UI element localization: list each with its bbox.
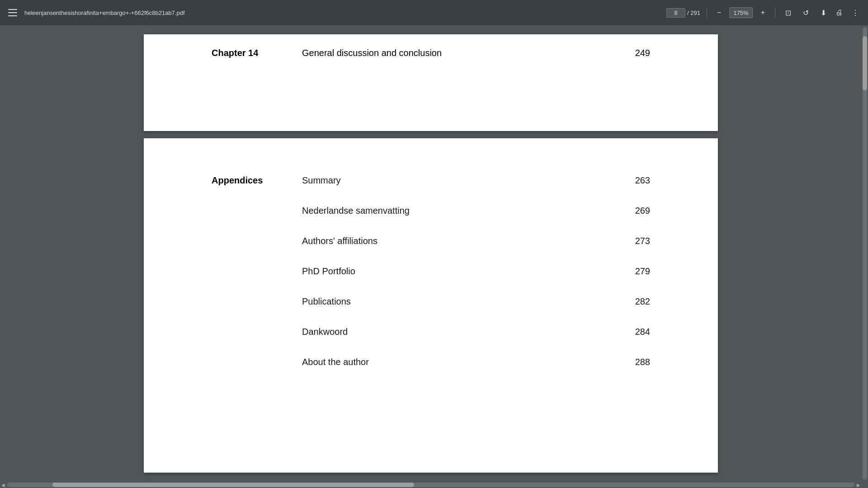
toc-item-page: 279 [623, 266, 650, 277]
toc-item-page: 288 [623, 357, 650, 367]
toolbar-right: ⬇ 🖨 ⋮ [817, 7, 863, 19]
appendices-section: Appendices Summary263Nederlandse samenva… [212, 165, 650, 377]
zoom-out-button[interactable]: − [713, 7, 725, 19]
page-top-content: Chapter 14 General discussion and conclu… [144, 34, 718, 131]
toc-item-page: 269 [623, 206, 650, 216]
right-scrollbar[interactable] [862, 25, 868, 482]
chapter-title: General discussion and conclusion [302, 48, 623, 58]
zoom-in-button[interactable]: + [757, 7, 769, 19]
filename-label: heleenjansenthesishorafinita+embargo+-+6… [24, 9, 662, 16]
chapter-page: 249 [623, 48, 650, 58]
print-button[interactable]: 🖨 [832, 7, 846, 19]
zoom-value-label: 175% [733, 9, 748, 16]
scroll-left-button[interactable]: ◀ [0, 482, 6, 488]
toc-item-page: 263 [623, 175, 650, 186]
page-total-label: / 291 [687, 9, 700, 16]
toc-item-title: Publications [302, 296, 623, 307]
page-input-container [666, 8, 685, 18]
page-navigation: / 291 [666, 8, 700, 18]
toc-item: Authors' affiliations273 [302, 226, 650, 256]
toc-item: Nederlandse samenvatting269 [302, 196, 650, 226]
toolbar: heleenjansenthesishorafinita+embargo+-+6… [0, 0, 868, 25]
content-area: Chapter 14 General discussion and conclu… [0, 25, 868, 482]
appendices-label: Appendices [212, 175, 302, 186]
bottom-scroll-track[interactable] [7, 483, 854, 487]
page-bottom-content: Appendices Summary263Nederlandse samenva… [144, 138, 718, 446]
page-input[interactable] [670, 9, 682, 16]
chapter-label: Chapter 14 [212, 48, 302, 58]
pdf-page-top: Chapter 14 General discussion and conclu… [144, 34, 718, 131]
download-button[interactable]: ⬇ [817, 7, 830, 19]
toc-item: Dankwoord284 [302, 317, 650, 347]
toc-item-page: 282 [623, 296, 650, 307]
menu-icon[interactable] [5, 5, 20, 20]
scrollbar-track[interactable] [863, 27, 867, 480]
toc-item: Summary263 [302, 165, 650, 196]
toc-item-title: About the author [302, 357, 623, 367]
toc-item-title: PhD Portfolio [302, 266, 623, 277]
toc-item-page: 284 [623, 327, 650, 337]
toc-item-title: Nederlandse samenvatting [302, 206, 623, 216]
separator-2 [775, 7, 775, 18]
zoom-container: 175% [729, 7, 752, 18]
bottom-scroll-thumb[interactable] [52, 483, 414, 487]
separator-1 [707, 7, 707, 18]
rotate-button[interactable]: ↺ [799, 7, 812, 19]
toc-item-title: Dankwoord [302, 327, 623, 337]
toc-item: About the author288 [302, 347, 650, 377]
toc-item-page: 273 [623, 236, 650, 246]
toc-item-title: Authors' affiliations [302, 236, 623, 246]
toc-item: PhD Portfolio279 [302, 256, 650, 286]
toc-item-title: Summary [302, 175, 623, 186]
appendices-items: Summary263Nederlandse samenvatting269Aut… [302, 165, 650, 377]
chapter-row: Chapter 14 General discussion and conclu… [212, 48, 650, 58]
more-button[interactable]: ⋮ [848, 7, 863, 19]
pdf-page-bottom: Appendices Summary263Nederlandse samenva… [144, 138, 718, 473]
scrollbar-thumb[interactable] [863, 36, 867, 90]
bottom-scrollbar: ◀ ▶ [0, 482, 868, 488]
pdf-scroll-area[interactable]: Chapter 14 General discussion and conclu… [0, 25, 862, 482]
fit-page-button[interactable]: ⊡ [782, 7, 795, 19]
scroll-right-button[interactable]: ▶ [855, 482, 862, 488]
toc-item: Publications282 [302, 286, 650, 317]
